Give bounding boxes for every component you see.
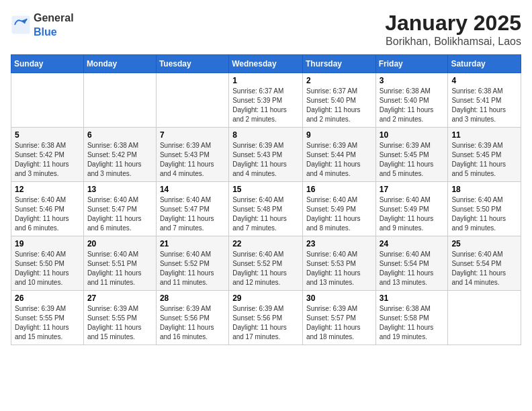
weekday-header: Wednesday — [229, 55, 303, 73]
day-info: Sunrise: 6:38 AM Sunset: 5:42 PM Dayligh… — [15, 141, 80, 179]
day-info: Sunrise: 6:40 AM Sunset: 5:47 PM Dayligh… — [160, 195, 225, 233]
day-info: Sunrise: 6:39 AM Sunset: 5:45 PM Dayligh… — [451, 141, 517, 179]
day-number: 17 — [380, 185, 445, 194]
weekday-header: Thursday — [302, 55, 375, 73]
day-number: 14 — [160, 185, 225, 194]
calendar-cell: 16Sunrise: 6:40 AM Sunset: 5:49 PM Dayli… — [302, 182, 375, 236]
day-info: Sunrise: 6:39 AM Sunset: 5:55 PM Dayligh… — [15, 304, 80, 342]
calendar-cell — [448, 291, 521, 345]
day-number: 11 — [451, 130, 517, 140]
day-number: 5 — [15, 130, 80, 140]
day-info: Sunrise: 6:39 AM Sunset: 5:56 PM Dayligh… — [232, 304, 299, 342]
page-header: General Blue January 2025 Borikhan, Boli… — [11, 11, 521, 48]
calendar-cell: 26Sunrise: 6:39 AM Sunset: 5:55 PM Dayli… — [11, 291, 84, 345]
day-number: 10 — [380, 130, 445, 140]
day-number: 28 — [160, 293, 225, 303]
calendar-cell: 4Sunrise: 6:38 AM Sunset: 5:41 PM Daylig… — [448, 73, 521, 128]
calendar-cell: 19Sunrise: 6:40 AM Sunset: 5:50 PM Dayli… — [11, 236, 84, 291]
weekday-header: Saturday — [448, 55, 521, 73]
svg-rect-0 — [12, 16, 30, 34]
logo-text-general: General — [34, 12, 74, 24]
calendar-week-row: 12Sunrise: 6:40 AM Sunset: 5:46 PM Dayli… — [11, 182, 521, 236]
weekday-header-row: SundayMondayTuesdayWednesdayThursdayFrid… — [11, 55, 521, 73]
calendar-table: SundayMondayTuesdayWednesdayThursdayFrid… — [11, 54, 521, 345]
calendar-cell: 11Sunrise: 6:39 AM Sunset: 5:45 PM Dayli… — [448, 128, 521, 182]
day-info: Sunrise: 6:39 AM Sunset: 5:43 PM Dayligh… — [160, 141, 225, 179]
calendar-cell: 18Sunrise: 6:40 AM Sunset: 5:50 PM Dayli… — [448, 182, 521, 236]
calendar-cell: 21Sunrise: 6:40 AM Sunset: 5:52 PM Dayli… — [156, 236, 228, 291]
calendar-cell: 1Sunrise: 6:37 AM Sunset: 5:39 PM Daylig… — [229, 73, 303, 128]
calendar-cell: 24Sunrise: 6:40 AM Sunset: 5:54 PM Dayli… — [375, 236, 448, 291]
day-number: 8 — [232, 130, 299, 140]
logo-text-blue: Blue — [34, 26, 57, 38]
day-info: Sunrise: 6:39 AM Sunset: 5:57 PM Dayligh… — [306, 304, 372, 342]
calendar-cell: 8Sunrise: 6:39 AM Sunset: 5:43 PM Daylig… — [229, 128, 303, 182]
calendar-cell: 31Sunrise: 6:38 AM Sunset: 5:58 PM Dayli… — [375, 291, 448, 345]
calendar-cell: 27Sunrise: 6:39 AM Sunset: 5:55 PM Dayli… — [83, 291, 156, 345]
day-number: 7 — [160, 130, 225, 140]
logo-icon — [11, 15, 31, 35]
weekday-header: Monday — [83, 55, 156, 73]
day-info: Sunrise: 6:40 AM Sunset: 5:53 PM Dayligh… — [306, 250, 372, 287]
day-info: Sunrise: 6:38 AM Sunset: 5:40 PM Dayligh… — [380, 87, 445, 124]
day-number: 2 — [306, 76, 372, 85]
weekday-header: Tuesday — [156, 55, 228, 73]
calendar-cell: 30Sunrise: 6:39 AM Sunset: 5:57 PM Dayli… — [302, 291, 375, 345]
day-number: 13 — [87, 185, 152, 194]
day-number: 26 — [15, 293, 80, 303]
day-info: Sunrise: 6:39 AM Sunset: 5:43 PM Dayligh… — [232, 141, 299, 179]
day-info: Sunrise: 6:40 AM Sunset: 5:52 PM Dayligh… — [160, 250, 225, 287]
calendar-cell: 14Sunrise: 6:40 AM Sunset: 5:47 PM Dayli… — [156, 182, 228, 236]
day-number: 21 — [160, 239, 225, 248]
calendar-cell: 13Sunrise: 6:40 AM Sunset: 5:47 PM Dayli… — [83, 182, 156, 236]
day-info: Sunrise: 6:38 AM Sunset: 5:41 PM Dayligh… — [451, 87, 517, 124]
calendar-week-row: 5Sunrise: 6:38 AM Sunset: 5:42 PM Daylig… — [11, 128, 521, 182]
day-info: Sunrise: 6:39 AM Sunset: 5:55 PM Dayligh… — [87, 304, 152, 342]
day-number: 25 — [451, 239, 517, 248]
day-number: 19 — [15, 239, 80, 248]
logo: General Blue — [11, 11, 74, 39]
day-number: 27 — [87, 293, 152, 303]
day-number: 12 — [15, 185, 80, 194]
day-number: 1 — [232, 76, 299, 85]
day-number: 9 — [306, 130, 372, 140]
day-info: Sunrise: 6:40 AM Sunset: 5:54 PM Dayligh… — [380, 250, 445, 287]
calendar-cell: 3Sunrise: 6:38 AM Sunset: 5:40 PM Daylig… — [375, 73, 448, 128]
calendar-week-row: 26Sunrise: 6:39 AM Sunset: 5:55 PM Dayli… — [11, 291, 521, 345]
day-info: Sunrise: 6:37 AM Sunset: 5:40 PM Dayligh… — [306, 87, 372, 124]
month-title: January 2025 — [385, 11, 521, 36]
calendar-cell: 2Sunrise: 6:37 AM Sunset: 5:40 PM Daylig… — [302, 73, 375, 128]
day-number: 4 — [451, 76, 517, 85]
calendar-cell: 7Sunrise: 6:39 AM Sunset: 5:43 PM Daylig… — [156, 128, 228, 182]
day-number: 6 — [87, 130, 152, 140]
day-info: Sunrise: 6:40 AM Sunset: 5:50 PM Dayligh… — [15, 250, 80, 287]
calendar-cell: 6Sunrise: 6:38 AM Sunset: 5:42 PM Daylig… — [83, 128, 156, 182]
day-info: Sunrise: 6:38 AM Sunset: 5:58 PM Dayligh… — [380, 304, 445, 342]
calendar-week-row: 1Sunrise: 6:37 AM Sunset: 5:39 PM Daylig… — [11, 73, 521, 128]
day-number: 20 — [87, 239, 152, 248]
day-info: Sunrise: 6:40 AM Sunset: 5:49 PM Dayligh… — [306, 195, 372, 233]
day-info: Sunrise: 6:37 AM Sunset: 5:39 PM Dayligh… — [232, 87, 299, 124]
day-info: Sunrise: 6:39 AM Sunset: 5:56 PM Dayligh… — [160, 304, 225, 342]
day-info: Sunrise: 6:39 AM Sunset: 5:45 PM Dayligh… — [380, 141, 445, 179]
calendar-cell: 23Sunrise: 6:40 AM Sunset: 5:53 PM Dayli… — [302, 236, 375, 291]
day-info: Sunrise: 6:40 AM Sunset: 5:50 PM Dayligh… — [451, 195, 517, 233]
calendar-cell: 15Sunrise: 6:40 AM Sunset: 5:48 PM Dayli… — [229, 182, 303, 236]
location: Borikhan, Bolikhamsai, Laos — [385, 36, 521, 48]
calendar-cell — [83, 73, 156, 128]
calendar-cell: 5Sunrise: 6:38 AM Sunset: 5:42 PM Daylig… — [11, 128, 84, 182]
day-info: Sunrise: 6:40 AM Sunset: 5:51 PM Dayligh… — [87, 250, 152, 287]
day-info: Sunrise: 6:40 AM Sunset: 5:49 PM Dayligh… — [380, 195, 445, 233]
calendar-cell: 29Sunrise: 6:39 AM Sunset: 5:56 PM Dayli… — [229, 291, 303, 345]
title-block: January 2025 Borikhan, Bolikhamsai, Laos — [385, 11, 521, 48]
calendar-cell: 22Sunrise: 6:40 AM Sunset: 5:52 PM Dayli… — [229, 236, 303, 291]
day-number: 30 — [306, 293, 372, 303]
weekday-header: Friday — [375, 55, 448, 73]
day-number: 18 — [451, 185, 517, 194]
day-info: Sunrise: 6:40 AM Sunset: 5:47 PM Dayligh… — [87, 195, 152, 233]
calendar-cell: 9Sunrise: 6:39 AM Sunset: 5:44 PM Daylig… — [302, 128, 375, 182]
day-info: Sunrise: 6:38 AM Sunset: 5:42 PM Dayligh… — [87, 141, 152, 179]
day-number: 24 — [380, 239, 445, 248]
calendar-cell: 17Sunrise: 6:40 AM Sunset: 5:49 PM Dayli… — [375, 182, 448, 236]
calendar-cell — [156, 73, 228, 128]
